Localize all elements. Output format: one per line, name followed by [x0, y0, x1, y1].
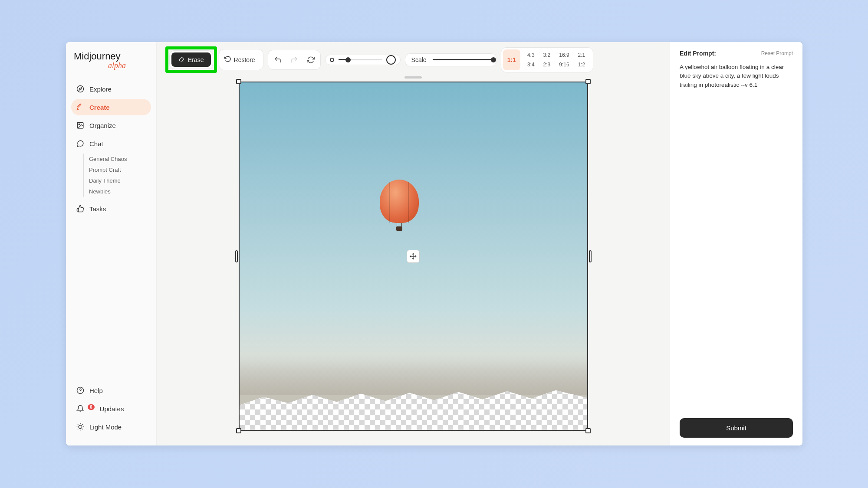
help-icon [76, 386, 84, 394]
svg-marker-1 [79, 88, 82, 90]
updates-badge: 6 [88, 404, 95, 410]
scale-group: Scale [405, 53, 496, 66]
svg-point-6 [79, 425, 82, 429]
nav-updates-label: Updates [100, 405, 124, 413]
ratio-2-3[interactable]: 2:3 [542, 61, 552, 69]
main-area: Erase Restore Scale [157, 42, 670, 445]
nav-updates[interactable]: 6 Updates [71, 400, 151, 417]
canvas[interactable] [239, 82, 588, 431]
erase-button[interactable]: Erase [171, 52, 211, 67]
nav-create-label: Create [89, 104, 110, 111]
app-window: Midjourney alpha Explore Create Organize… [66, 42, 802, 445]
handle-bottom-left[interactable] [236, 428, 241, 433]
chat-icon [76, 140, 84, 147]
ratio-1-2[interactable]: 1:2 [576, 61, 587, 69]
ratio-active[interactable]: 1:1 [503, 49, 520, 70]
logo-tag: alpha [71, 61, 151, 70]
nav-explore-label: Explore [89, 85, 112, 93]
canvas-area [157, 77, 670, 445]
ratio-9-16[interactable]: 9:16 [557, 61, 571, 69]
svg-point-3 [79, 124, 79, 124]
brush-size-slider[interactable] [325, 55, 401, 65]
nav-chat[interactable]: Chat [71, 135, 151, 152]
move-handle[interactable] [407, 250, 420, 263]
handle-mid-left[interactable] [235, 250, 238, 262]
logo: Midjourney [71, 51, 151, 62]
reset-button[interactable] [304, 53, 318, 67]
ratio-4-3[interactable]: 4:3 [526, 51, 536, 59]
compass-icon [76, 85, 84, 93]
nav-tasks[interactable]: Tasks [71, 200, 151, 217]
handle-bottom-right[interactable] [585, 428, 591, 433]
ratio-3-2[interactable]: 3:2 [542, 51, 552, 59]
nav-chat-label: Chat [89, 140, 103, 147]
scale-slider[interactable] [433, 59, 493, 60]
ratio-16-9[interactable]: 16:9 [557, 51, 571, 59]
svg-line-10 [82, 429, 83, 429]
svg-line-9 [78, 424, 78, 425]
nav-create[interactable]: Create [71, 99, 151, 115]
paint-icon [76, 103, 84, 111]
toolbar: Erase Restore Scale [157, 42, 670, 77]
sun-icon [76, 423, 84, 431]
sidebar-bottom: Help 6 Updates Light Mode [71, 382, 151, 437]
reset-prompt-link[interactable]: Reset Prompt [761, 50, 793, 56]
right-panel: Edit Prompt: Reset Prompt A yellowhot ai… [670, 42, 802, 445]
nav-help-label: Help [89, 387, 103, 394]
handle-mid-right[interactable] [589, 250, 592, 262]
redo-button[interactable] [287, 53, 301, 67]
chat-item-prompt[interactable]: Prompt Craft [89, 164, 151, 175]
svg-line-14 [82, 424, 83, 425]
nav-lightmode-label: Light Mode [89, 423, 122, 431]
edit-prompt-title: Edit Prompt: [680, 50, 716, 57]
chat-item-newbies[interactable]: Newbies [89, 186, 151, 197]
chat-item-general[interactable]: General Chaos [89, 154, 151, 164]
restore-label: Restore [234, 56, 255, 63]
move-icon [410, 253, 417, 260]
restore-button[interactable]: Restore [219, 52, 260, 67]
nav-help[interactable]: Help [71, 382, 151, 399]
small-circle-icon [330, 58, 334, 62]
nav-organize[interactable]: Organize [71, 117, 151, 134]
history-group [268, 50, 321, 70]
nav-tasks-label: Tasks [89, 205, 106, 213]
chat-sublist: General Chaos Prompt Craft Daily Theme N… [83, 154, 151, 197]
erase-label: Erase [188, 56, 204, 63]
thumbsup-icon [76, 205, 84, 213]
ratio-3-4[interactable]: 3:4 [526, 61, 536, 69]
image-icon [76, 121, 84, 129]
submit-button[interactable]: Submit [680, 418, 793, 438]
svg-line-13 [78, 429, 78, 429]
erase-highlight: Erase [165, 46, 217, 73]
nav-lightmode[interactable]: Light Mode [71, 419, 151, 435]
undo-button[interactable] [271, 53, 285, 67]
sidebar: Midjourney alpha Explore Create Organize… [66, 42, 157, 445]
nav-organize-label: Organize [89, 122, 116, 129]
ratio-2-1[interactable]: 2:1 [576, 51, 587, 59]
handle-top-right[interactable] [585, 79, 591, 84]
big-circle-icon [386, 55, 396, 65]
erase-icon [178, 56, 184, 63]
drag-handle-top[interactable] [404, 76, 422, 79]
nav-explore[interactable]: Explore [71, 81, 151, 97]
prompt-text[interactable]: A yellowhot air balloon floating in a cl… [680, 63, 793, 89]
restore-icon [224, 56, 231, 64]
svg-point-0 [77, 86, 84, 92]
chat-item-daily[interactable]: Daily Theme [89, 175, 151, 186]
aspect-ratio-group: 1:1 4:3 3:2 16:9 2:1 3:4 2:3 9:16 1:2 [501, 47, 594, 72]
scale-label: Scale [408, 56, 430, 63]
handle-top-left[interactable] [236, 79, 241, 84]
bell-icon [76, 405, 84, 413]
